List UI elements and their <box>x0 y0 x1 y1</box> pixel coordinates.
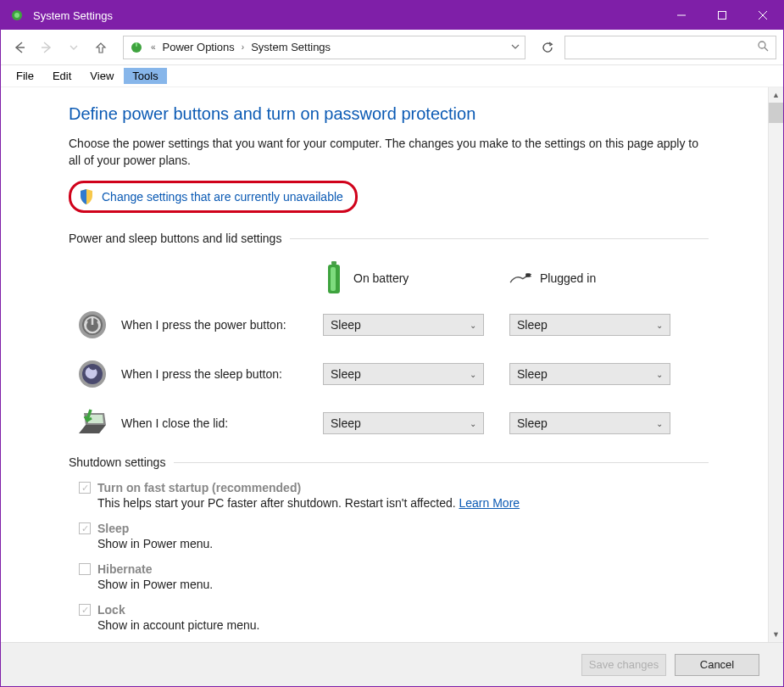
option-title: Lock <box>97 603 125 617</box>
svg-rect-12 <box>331 261 336 265</box>
change-settings-link[interactable]: Change settings that are currently unava… <box>102 190 343 204</box>
navbar: « Power Options › System Settings <box>1 30 783 65</box>
window: System Settings « Power Options › System… <box>0 0 784 687</box>
chevron-down-icon: ⌄ <box>656 370 663 379</box>
sleep-battery-select[interactable]: Sleep⌄ <box>323 363 484 385</box>
menu-edit[interactable]: Edit <box>44 68 80 84</box>
power-plugged-select[interactable]: Sleep⌄ <box>509 314 670 336</box>
option-title: Sleep <box>97 522 129 535</box>
sleep-option: ✓ Sleep Show in Power menu. <box>79 522 709 550</box>
lid-battery-select[interactable]: Sleep⌄ <box>323 412 484 434</box>
vertical-scrollbar[interactable]: ▲ ▼ <box>768 87 783 642</box>
scroll-down-button[interactable]: ▼ <box>769 627 783 642</box>
row-label: When I press the sleep button: <box>121 367 282 381</box>
address-bar[interactable]: « Power Options › System Settings <box>123 36 525 59</box>
option-title: Hibernate <box>97 562 153 576</box>
titlebar: System Settings <box>1 1 783 30</box>
up-button[interactable] <box>89 36 113 59</box>
hibernate-checkbox[interactable] <box>79 563 91 575</box>
chevron-down-icon: ⌄ <box>656 419 663 428</box>
bottom-bar: Save changes Cancel <box>1 642 783 686</box>
column-headers: On battery Plugged in <box>69 257 709 299</box>
change-settings-highlight: Change settings that are currently unava… <box>69 181 358 213</box>
faststartup-option: ✓ Turn on fast startup (recommended) Thi… <box>79 481 709 510</box>
option-desc: This helps start your PC faster after sh… <box>97 496 709 510</box>
option-desc: Show in Power menu. <box>97 537 709 550</box>
battery-icon <box>323 257 345 299</box>
chevron-down-icon[interactable] <box>511 41 520 53</box>
row-label: When I close the lid: <box>121 416 228 430</box>
column-label: Plugged in <box>540 271 596 285</box>
maximize-button[interactable] <box>702 1 742 30</box>
chevron-down-icon: ⌄ <box>470 370 476 379</box>
section-title: Power and sleep buttons and lid settings <box>69 232 281 245</box>
svg-point-1 <box>14 13 19 18</box>
row-label: When I press the power button: <box>121 318 286 332</box>
option-desc: Show in account picture menu. <box>97 618 709 632</box>
lock-option: ✓ Lock Show in account picture menu. <box>79 603 709 632</box>
option-desc: Show in Power menu. <box>97 578 709 591</box>
sleep-plugged-select[interactable]: Sleep⌄ <box>509 363 670 385</box>
svg-rect-14 <box>331 267 336 291</box>
svg-rect-15 <box>525 274 531 278</box>
column-plugged: Plugged in <box>509 257 670 299</box>
plug-icon <box>509 257 531 299</box>
menubar: File Edit View Tools <box>1 65 783 87</box>
lid-icon <box>75 406 109 440</box>
power-sleep-section-header: Power and sleep buttons and lid settings <box>69 232 709 245</box>
power-battery-select[interactable]: Sleep⌄ <box>323 314 484 336</box>
menu-file[interactable]: File <box>8 68 42 84</box>
search-icon <box>757 40 769 54</box>
faststartup-checkbox[interactable]: ✓ <box>79 482 91 494</box>
svg-point-10 <box>759 42 765 48</box>
chevron-right-icon: › <box>242 42 244 52</box>
app-icon <box>9 8 25 23</box>
close-button[interactable] <box>742 1 783 30</box>
menu-view[interactable]: View <box>81 68 122 84</box>
cancel-button[interactable]: Cancel <box>675 654 759 676</box>
addressbar-icon <box>129 40 144 55</box>
sleep-button-row: When I press the sleep button: Sleep⌄ Sl… <box>69 357 709 391</box>
section-title: Shutdown settings <box>69 455 165 469</box>
breadcrumb-segment[interactable]: Power Options <box>163 41 235 53</box>
divider <box>290 238 709 239</box>
lid-row: When I close the lid: Sleep⌄ Sleep⌄ <box>69 406 709 440</box>
sleep-checkbox[interactable]: ✓ <box>79 522 91 534</box>
svg-rect-9 <box>136 42 137 47</box>
content-area: Define power buttons and turn on passwor… <box>1 87 783 642</box>
refresh-button[interactable] <box>534 36 561 59</box>
sleep-button-icon <box>75 357 109 391</box>
svg-rect-3 <box>719 12 726 20</box>
save-button[interactable]: Save changes <box>581 654 666 676</box>
window-title: System Settings <box>33 9 113 22</box>
divider <box>174 462 709 463</box>
minimize-button[interactable] <box>661 1 702 30</box>
breadcrumb-prefix: « <box>151 42 156 52</box>
breadcrumb-segment[interactable]: System Settings <box>251 41 331 53</box>
svg-line-11 <box>765 47 768 51</box>
power-button-icon <box>75 308 109 342</box>
hibernate-option: Hibernate Show in Power menu. <box>79 562 709 591</box>
page-description: Choose the power settings that you want … <box>69 136 709 169</box>
search-input[interactable] <box>564 36 776 59</box>
menu-tools[interactable]: Tools <box>124 68 166 84</box>
lock-checkbox[interactable]: ✓ <box>79 604 91 616</box>
chevron-down-icon: ⌄ <box>656 321 663 330</box>
page-heading: Define power buttons and turn on passwor… <box>69 104 709 124</box>
column-label: On battery <box>353 271 409 285</box>
shutdown-section-header: Shutdown settings <box>69 455 709 469</box>
column-battery: On battery <box>323 257 484 299</box>
page-content: Define power buttons and turn on passwor… <box>1 87 768 642</box>
scroll-thumb[interactable] <box>769 103 783 123</box>
chevron-down-icon: ⌄ <box>470 321 476 330</box>
power-button-row: When I press the power button: Sleep⌄ Sl… <box>69 308 709 342</box>
option-title: Turn on fast startup (recommended) <box>97 481 301 494</box>
lid-plugged-select[interactable]: Sleep⌄ <box>509 412 670 434</box>
shield-icon <box>78 188 95 205</box>
back-button[interactable] <box>8 36 31 59</box>
recent-locations-button[interactable] <box>62 36 86 59</box>
learn-more-link[interactable]: Learn More <box>459 496 520 510</box>
chevron-down-icon: ⌄ <box>470 419 476 428</box>
forward-button[interactable] <box>35 36 58 59</box>
scroll-up-button[interactable]: ▲ <box>769 87 783 103</box>
